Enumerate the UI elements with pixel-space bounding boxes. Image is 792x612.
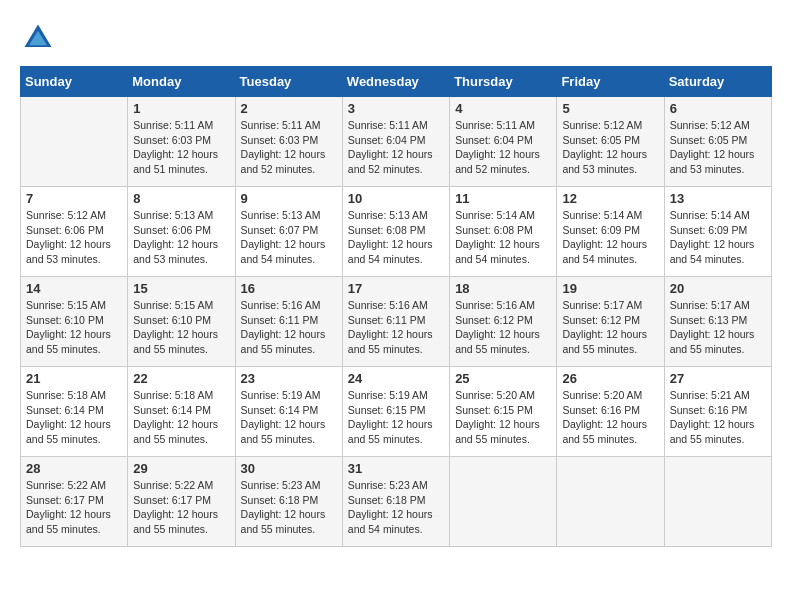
- day-number: 4: [455, 101, 551, 116]
- day-number: 18: [455, 281, 551, 296]
- cell-content: Sunrise: 5:13 AM Sunset: 6:07 PM Dayligh…: [241, 208, 337, 267]
- calendar-cell: 16Sunrise: 5:16 AM Sunset: 6:11 PM Dayli…: [235, 277, 342, 367]
- cell-content: Sunrise: 5:14 AM Sunset: 6:09 PM Dayligh…: [670, 208, 766, 267]
- calendar-cell: 18Sunrise: 5:16 AM Sunset: 6:12 PM Dayli…: [450, 277, 557, 367]
- cell-content: Sunrise: 5:11 AM Sunset: 6:04 PM Dayligh…: [348, 118, 444, 177]
- cell-content: Sunrise: 5:16 AM Sunset: 6:12 PM Dayligh…: [455, 298, 551, 357]
- cell-content: Sunrise: 5:19 AM Sunset: 6:15 PM Dayligh…: [348, 388, 444, 447]
- header-cell-wednesday: Wednesday: [342, 67, 449, 97]
- day-number: 28: [26, 461, 122, 476]
- cell-content: Sunrise: 5:16 AM Sunset: 6:11 PM Dayligh…: [241, 298, 337, 357]
- day-number: 30: [241, 461, 337, 476]
- day-number: 13: [670, 191, 766, 206]
- cell-content: Sunrise: 5:23 AM Sunset: 6:18 PM Dayligh…: [241, 478, 337, 537]
- week-row-2: 7Sunrise: 5:12 AM Sunset: 6:06 PM Daylig…: [21, 187, 772, 277]
- calendar-cell: 25Sunrise: 5:20 AM Sunset: 6:15 PM Dayli…: [450, 367, 557, 457]
- calendar-cell: 31Sunrise: 5:23 AM Sunset: 6:18 PM Dayli…: [342, 457, 449, 547]
- cell-content: Sunrise: 5:11 AM Sunset: 6:03 PM Dayligh…: [133, 118, 229, 177]
- day-number: 26: [562, 371, 658, 386]
- day-number: 25: [455, 371, 551, 386]
- day-number: 10: [348, 191, 444, 206]
- cell-content: Sunrise: 5:19 AM Sunset: 6:14 PM Dayligh…: [241, 388, 337, 447]
- page-header: [20, 20, 772, 56]
- week-row-1: 1Sunrise: 5:11 AM Sunset: 6:03 PM Daylig…: [21, 97, 772, 187]
- calendar-cell: 9Sunrise: 5:13 AM Sunset: 6:07 PM Daylig…: [235, 187, 342, 277]
- calendar-cell: 26Sunrise: 5:20 AM Sunset: 6:16 PM Dayli…: [557, 367, 664, 457]
- cell-content: Sunrise: 5:12 AM Sunset: 6:05 PM Dayligh…: [562, 118, 658, 177]
- day-number: 14: [26, 281, 122, 296]
- cell-content: Sunrise: 5:14 AM Sunset: 6:09 PM Dayligh…: [562, 208, 658, 267]
- calendar-cell: 30Sunrise: 5:23 AM Sunset: 6:18 PM Dayli…: [235, 457, 342, 547]
- cell-content: Sunrise: 5:20 AM Sunset: 6:15 PM Dayligh…: [455, 388, 551, 447]
- day-number: 22: [133, 371, 229, 386]
- header-cell-tuesday: Tuesday: [235, 67, 342, 97]
- cell-content: Sunrise: 5:13 AM Sunset: 6:06 PM Dayligh…: [133, 208, 229, 267]
- cell-content: Sunrise: 5:23 AM Sunset: 6:18 PM Dayligh…: [348, 478, 444, 537]
- header-cell-thursday: Thursday: [450, 67, 557, 97]
- calendar-cell: 14Sunrise: 5:15 AM Sunset: 6:10 PM Dayli…: [21, 277, 128, 367]
- calendar-cell: 12Sunrise: 5:14 AM Sunset: 6:09 PM Dayli…: [557, 187, 664, 277]
- calendar-cell: 5Sunrise: 5:12 AM Sunset: 6:05 PM Daylig…: [557, 97, 664, 187]
- header-cell-sunday: Sunday: [21, 67, 128, 97]
- header-cell-saturday: Saturday: [664, 67, 771, 97]
- cell-content: Sunrise: 5:12 AM Sunset: 6:05 PM Dayligh…: [670, 118, 766, 177]
- day-number: 11: [455, 191, 551, 206]
- calendar-cell: 28Sunrise: 5:22 AM Sunset: 6:17 PM Dayli…: [21, 457, 128, 547]
- calendar-cell: 13Sunrise: 5:14 AM Sunset: 6:09 PM Dayli…: [664, 187, 771, 277]
- day-number: 2: [241, 101, 337, 116]
- calendar-cell: 17Sunrise: 5:16 AM Sunset: 6:11 PM Dayli…: [342, 277, 449, 367]
- day-number: 16: [241, 281, 337, 296]
- day-number: 29: [133, 461, 229, 476]
- cell-content: Sunrise: 5:11 AM Sunset: 6:03 PM Dayligh…: [241, 118, 337, 177]
- calendar-cell: [557, 457, 664, 547]
- cell-content: Sunrise: 5:17 AM Sunset: 6:13 PM Dayligh…: [670, 298, 766, 357]
- calendar-cell: 11Sunrise: 5:14 AM Sunset: 6:08 PM Dayli…: [450, 187, 557, 277]
- calendar-cell: 6Sunrise: 5:12 AM Sunset: 6:05 PM Daylig…: [664, 97, 771, 187]
- calendar-cell: 3Sunrise: 5:11 AM Sunset: 6:04 PM Daylig…: [342, 97, 449, 187]
- day-number: 21: [26, 371, 122, 386]
- cell-content: Sunrise: 5:13 AM Sunset: 6:08 PM Dayligh…: [348, 208, 444, 267]
- day-number: 19: [562, 281, 658, 296]
- calendar-cell: 22Sunrise: 5:18 AM Sunset: 6:14 PM Dayli…: [128, 367, 235, 457]
- calendar-body: 1Sunrise: 5:11 AM Sunset: 6:03 PM Daylig…: [21, 97, 772, 547]
- day-number: 31: [348, 461, 444, 476]
- day-number: 12: [562, 191, 658, 206]
- calendar-cell: 24Sunrise: 5:19 AM Sunset: 6:15 PM Dayli…: [342, 367, 449, 457]
- week-row-4: 21Sunrise: 5:18 AM Sunset: 6:14 PM Dayli…: [21, 367, 772, 457]
- day-number: 5: [562, 101, 658, 116]
- calendar-table: SundayMondayTuesdayWednesdayThursdayFrid…: [20, 66, 772, 547]
- day-number: 24: [348, 371, 444, 386]
- calendar-cell: 1Sunrise: 5:11 AM Sunset: 6:03 PM Daylig…: [128, 97, 235, 187]
- week-row-5: 28Sunrise: 5:22 AM Sunset: 6:17 PM Dayli…: [21, 457, 772, 547]
- calendar-cell: 15Sunrise: 5:15 AM Sunset: 6:10 PM Dayli…: [128, 277, 235, 367]
- cell-content: Sunrise: 5:22 AM Sunset: 6:17 PM Dayligh…: [133, 478, 229, 537]
- header-cell-monday: Monday: [128, 67, 235, 97]
- day-number: 6: [670, 101, 766, 116]
- day-number: 20: [670, 281, 766, 296]
- calendar-cell: 27Sunrise: 5:21 AM Sunset: 6:16 PM Dayli…: [664, 367, 771, 457]
- calendar-cell: 29Sunrise: 5:22 AM Sunset: 6:17 PM Dayli…: [128, 457, 235, 547]
- cell-content: Sunrise: 5:22 AM Sunset: 6:17 PM Dayligh…: [26, 478, 122, 537]
- day-number: 9: [241, 191, 337, 206]
- calendar-cell: [450, 457, 557, 547]
- calendar-cell: [21, 97, 128, 187]
- calendar-header: SundayMondayTuesdayWednesdayThursdayFrid…: [21, 67, 772, 97]
- logo: [20, 20, 62, 56]
- logo-icon: [20, 20, 56, 56]
- day-number: 1: [133, 101, 229, 116]
- cell-content: Sunrise: 5:18 AM Sunset: 6:14 PM Dayligh…: [26, 388, 122, 447]
- cell-content: Sunrise: 5:11 AM Sunset: 6:04 PM Dayligh…: [455, 118, 551, 177]
- cell-content: Sunrise: 5:18 AM Sunset: 6:14 PM Dayligh…: [133, 388, 229, 447]
- cell-content: Sunrise: 5:20 AM Sunset: 6:16 PM Dayligh…: [562, 388, 658, 447]
- cell-content: Sunrise: 5:12 AM Sunset: 6:06 PM Dayligh…: [26, 208, 122, 267]
- cell-content: Sunrise: 5:15 AM Sunset: 6:10 PM Dayligh…: [133, 298, 229, 357]
- calendar-cell: 7Sunrise: 5:12 AM Sunset: 6:06 PM Daylig…: [21, 187, 128, 277]
- day-number: 27: [670, 371, 766, 386]
- calendar-cell: 10Sunrise: 5:13 AM Sunset: 6:08 PM Dayli…: [342, 187, 449, 277]
- cell-content: Sunrise: 5:14 AM Sunset: 6:08 PM Dayligh…: [455, 208, 551, 267]
- calendar-cell: 21Sunrise: 5:18 AM Sunset: 6:14 PM Dayli…: [21, 367, 128, 457]
- day-number: 3: [348, 101, 444, 116]
- day-number: 17: [348, 281, 444, 296]
- calendar-cell: 2Sunrise: 5:11 AM Sunset: 6:03 PM Daylig…: [235, 97, 342, 187]
- cell-content: Sunrise: 5:15 AM Sunset: 6:10 PM Dayligh…: [26, 298, 122, 357]
